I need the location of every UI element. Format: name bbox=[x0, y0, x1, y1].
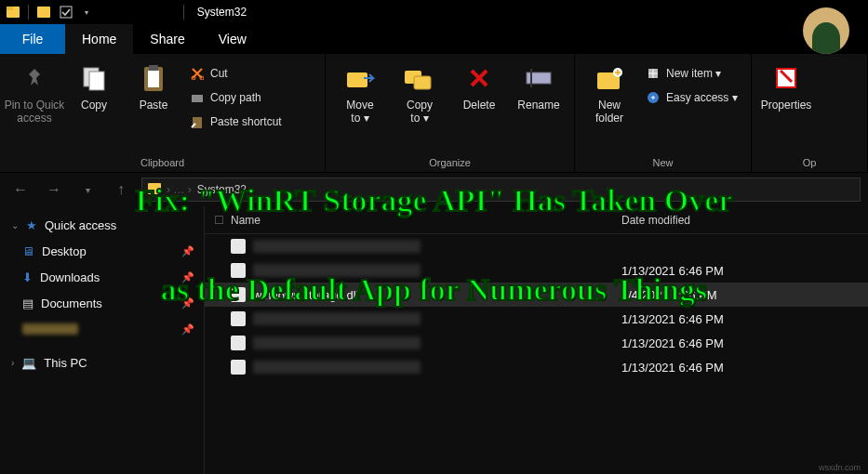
view-tab[interactable]: View bbox=[202, 24, 263, 54]
copy-to-button[interactable]: Copy to ▾ bbox=[393, 59, 447, 125]
new-group-label: New bbox=[575, 155, 751, 172]
pin-icon: 📌 bbox=[181, 271, 194, 283]
open-group-label: Op bbox=[752, 155, 867, 172]
folder-icon bbox=[36, 5, 51, 20]
address-row: ← → ▾ ↑ › … › System32 bbox=[0, 173, 868, 206]
navigation-pane: ⌄ ★ Quick access 🖥 Desktop📌 ⬇ Downloads📌… bbox=[0, 206, 205, 474]
file-date: 1/13/2021 6:46 PM bbox=[614, 264, 724, 278]
qat-dropdown[interactable]: ▾ bbox=[81, 8, 92, 17]
file-date: 8/4/2021 6:06 PM bbox=[614, 288, 717, 302]
pin-icon: 📌 bbox=[181, 297, 194, 309]
file-row[interactable]: windows.storage.dll8/4/2021 6:06 PM bbox=[205, 283, 868, 307]
file-date: 1/13/2021 6:46 PM bbox=[614, 312, 724, 326]
svg-rect-15 bbox=[414, 76, 431, 89]
svg-rect-12 bbox=[193, 117, 202, 128]
file-row[interactable]: 1/13/2021 6:46 PM bbox=[205, 258, 868, 283]
file-row[interactable]: 1/13/2021 6:46 PM bbox=[205, 307, 868, 331]
paste-icon bbox=[137, 61, 170, 95]
copy-icon bbox=[77, 61, 111, 95]
paste-button[interactable]: Paste bbox=[127, 59, 180, 112]
sidebar-this-pc[interactable]: › 💻 This PC bbox=[0, 349, 204, 375]
scissors-icon bbox=[190, 66, 205, 81]
chevron-down-icon: ⌄ bbox=[11, 220, 19, 230]
column-date[interactable]: Date modified bbox=[614, 214, 690, 227]
column-name[interactable]: ☐Name bbox=[205, 214, 614, 227]
svg-rect-16 bbox=[527, 72, 551, 84]
file-tab[interactable]: File bbox=[0, 24, 65, 54]
file-date: 1/13/2021 6:46 PM bbox=[614, 361, 724, 375]
share-tab[interactable]: Share bbox=[133, 24, 201, 54]
checkbox-icon[interactable] bbox=[59, 5, 73, 20]
clipboard-group-label: Clipboard bbox=[0, 155, 325, 172]
pin-icon: 📌 bbox=[181, 323, 194, 336]
folder-icon bbox=[148, 183, 161, 197]
blurred-filename bbox=[253, 240, 421, 253]
sidebar-desktop[interactable]: 🖥 Desktop📌 bbox=[0, 238, 204, 264]
copy-path-button[interactable]: Copy path bbox=[186, 87, 286, 108]
copy-button[interactable]: Copy bbox=[67, 59, 121, 112]
download-icon: ⬇ bbox=[22, 270, 33, 284]
file-icon bbox=[231, 287, 246, 302]
pc-icon: 💻 bbox=[21, 356, 36, 370]
new-item-button[interactable]: New item ▾ bbox=[642, 63, 741, 84]
svg-rect-11 bbox=[192, 95, 203, 102]
organize-group-label: Organize bbox=[326, 155, 574, 172]
file-row[interactable]: 1/13/2021 6:46 PM bbox=[205, 331, 868, 355]
delete-button[interactable]: Delete bbox=[452, 59, 506, 112]
blurred-filename bbox=[253, 336, 421, 349]
rename-button[interactable]: Rename bbox=[512, 59, 566, 112]
easy-access-button[interactable]: Easy access ▾ bbox=[642, 87, 741, 108]
paste-shortcut-button[interactable]: Paste shortcut bbox=[186, 112, 286, 132]
file-icon bbox=[231, 360, 246, 375]
new-item-icon bbox=[646, 66, 661, 81]
blurred-label bbox=[22, 323, 78, 335]
sidebar-downloads[interactable]: ⬇ Downloads📌 bbox=[0, 264, 204, 290]
copy-to-icon bbox=[403, 61, 436, 95]
documents-icon: ▤ bbox=[22, 296, 33, 310]
history-button[interactable]: ▾ bbox=[74, 177, 100, 203]
svg-rect-3 bbox=[60, 7, 72, 18]
delete-icon bbox=[462, 61, 496, 95]
file-row[interactable] bbox=[205, 234, 868, 258]
paste-shortcut-icon bbox=[190, 114, 205, 129]
column-headers: ☐Name Date modified bbox=[205, 206, 868, 234]
new-folder-icon bbox=[593, 61, 626, 95]
sidebar-documents[interactable]: ▤ Documents📌 bbox=[0, 290, 204, 316]
sidebar-quick-access[interactable]: ⌄ ★ Quick access bbox=[0, 212, 204, 238]
svg-rect-1 bbox=[7, 7, 13, 10]
file-list: ☐Name Date modified 1/13/2021 6:46 PMwin… bbox=[205, 206, 868, 474]
separator bbox=[183, 5, 184, 20]
easy-access-icon bbox=[646, 90, 661, 105]
file-row[interactable]: 1/13/2021 6:46 PM bbox=[205, 355, 868, 379]
rename-icon bbox=[522, 61, 555, 95]
svg-rect-23 bbox=[148, 183, 161, 194]
ribbon: Pin to Quick access Copy Paste Cut Copy … bbox=[0, 54, 868, 173]
svg-rect-8 bbox=[149, 65, 158, 71]
cut-button[interactable]: Cut bbox=[186, 63, 286, 84]
address-bar[interactable]: › … › System32 bbox=[141, 178, 861, 202]
move-icon bbox=[343, 61, 377, 95]
svg-rect-17 bbox=[530, 69, 532, 87]
address-segment[interactable]: System32 bbox=[197, 183, 247, 196]
new-folder-button[interactable]: New folder bbox=[582, 59, 636, 125]
properties-button[interactable]: Properties bbox=[759, 59, 813, 112]
folder-icon bbox=[6, 5, 20, 20]
forward-button[interactable]: → bbox=[41, 177, 67, 203]
home-tab[interactable]: Home bbox=[65, 24, 133, 54]
file-icon bbox=[231, 336, 246, 350]
blurred-filename bbox=[253, 264, 421, 277]
file-icon bbox=[231, 311, 246, 326]
file-date: 1/13/2021 6:46 PM bbox=[614, 336, 724, 350]
star-icon: ★ bbox=[26, 218, 37, 232]
sidebar-blurred[interactable]: 📌 bbox=[0, 316, 204, 342]
up-button[interactable]: ↑ bbox=[108, 177, 134, 203]
back-button[interactable]: ← bbox=[7, 177, 33, 203]
pin-icon bbox=[18, 61, 51, 95]
svg-rect-2 bbox=[37, 7, 50, 18]
copy-path-icon bbox=[190, 90, 205, 105]
move-to-button[interactable]: Move to ▾ bbox=[333, 59, 387, 125]
ribbon-tabs: File Home Share View bbox=[0, 24, 868, 54]
svg-rect-5 bbox=[89, 72, 104, 90]
file-icon bbox=[231, 263, 246, 278]
pin-quick-access-button[interactable]: Pin to Quick access bbox=[7, 59, 61, 125]
